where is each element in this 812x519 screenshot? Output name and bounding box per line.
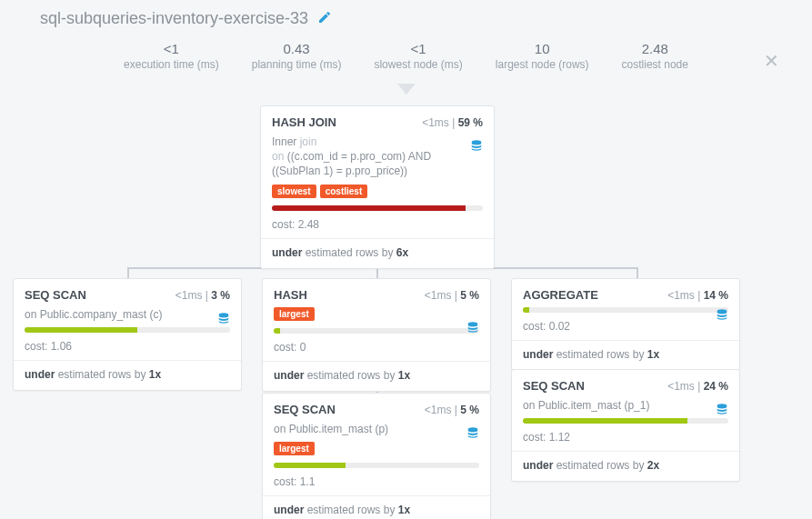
cost-bar	[523, 307, 728, 313]
close-icon[interactable]: ✕	[764, 50, 779, 72]
connector	[127, 267, 129, 278]
estimate-row: under estimated rows by 2x	[523, 457, 728, 474]
node-title: HASH	[274, 288, 307, 302]
badge-largest: largest	[274, 442, 315, 455]
badges: largest	[274, 307, 479, 321]
node-meta: <1ms | 59 %	[422, 116, 483, 129]
database-icon	[470, 139, 483, 155]
cost-row: cost: 1.1	[274, 474, 479, 490]
node-title: AGGREGATE	[523, 288, 598, 302]
node-on: on Public.item_mast (p_1)	[523, 398, 714, 413]
database-icon	[716, 403, 728, 418]
connector	[637, 267, 638, 278]
cost-row: cost: 1.06	[25, 338, 230, 354]
edit-icon[interactable]	[317, 10, 332, 27]
node-meta: <1ms | 3 %	[175, 289, 230, 302]
database-icon	[466, 321, 479, 336]
badges: largest	[274, 442, 479, 455]
estimate-row: under estimated rows by 1x	[274, 502, 479, 518]
stat-largest-node: 10largest node (rows)	[496, 41, 589, 71]
node-hash[interactable]: HASH<1ms | 5 % largest cost: 0 under est…	[262, 278, 491, 392]
estimate-row: under estimated rows by 6x	[272, 245, 483, 261]
stat-execution-time: <1execution time (ms)	[124, 41, 219, 71]
cost-bar	[523, 418, 728, 424]
node-hash-join[interactable]: HASH JOIN<1ms | 59 % Inner joinon ((c.co…	[260, 105, 495, 269]
node-aggregate[interactable]: AGGREGATE<1ms | 14 % cost: 0.02 under es…	[511, 278, 740, 371]
node-meta: <1ms | 5 %	[425, 289, 479, 302]
node-description: Inner joinon ((c.com_id = p.pro_com) AND…	[272, 135, 463, 179]
stats-row: <1execution time (ms) 0.43planning time …	[0, 34, 812, 89]
badges: slowestcostliest	[272, 185, 483, 198]
database-icon	[466, 426, 479, 442]
connector	[376, 267, 378, 278]
node-title: SEQ SCAN	[274, 403, 336, 416]
node-seq-scan-item-p[interactable]: SEQ SCAN<1ms | 5 % on Public.item_mast (…	[262, 393, 491, 519]
cost-bar	[274, 463, 479, 468]
node-title: HASH JOIN	[272, 115, 336, 129]
node-title: SEQ SCAN	[523, 379, 585, 393]
node-meta: <1ms | 14 %	[667, 289, 728, 302]
title-bar: sql-subqueries-inventory-exercise-33	[0, 0, 812, 34]
node-on: on Public.company_mast (c)	[25, 307, 216, 322]
database-icon	[716, 308, 728, 324]
stat-costliest-node: 2.48costliest node	[622, 41, 688, 71]
stat-slowest-node: <1slowest node (ms)	[374, 41, 462, 71]
estimate-row: under estimated rows by 1x	[523, 346, 728, 363]
node-seq-scan-item-p1[interactable]: SEQ SCAN<1ms | 24 % on Public.item_mast …	[511, 369, 740, 482]
page-title: sql-subqueries-inventory-exercise-33	[40, 9, 308, 28]
cost-bar	[272, 205, 483, 211]
node-meta: <1ms | 5 %	[425, 404, 479, 416]
cost-row: cost: 2.48	[272, 216, 483, 233]
cost-bar	[274, 328, 479, 334]
estimate-row: under estimated rows by 1x	[274, 367, 479, 384]
estimate-row: under estimated rows by 1x	[25, 366, 230, 383]
badge-costliest: costliest	[320, 185, 368, 198]
database-icon	[217, 312, 230, 327]
cost-row: cost: 0.02	[523, 318, 728, 334]
plan-canvas: HASH JOIN<1ms | 59 % Inner joinon ((c.co…	[0, 95, 812, 519]
badge-largest: largest	[274, 307, 315, 321]
node-title: SEQ SCAN	[25, 288, 86, 302]
cost-row: cost: 1.12	[523, 429, 728, 445]
node-meta: <1ms | 24 %	[667, 380, 728, 393]
cost-bar	[25, 327, 230, 333]
node-seq-scan-company[interactable]: SEQ SCAN<1ms | 3 % on Public.company_mas…	[13, 278, 242, 391]
cost-row: cost: 0	[274, 339, 479, 355]
stat-planning-time: 0.43planning time (ms)	[252, 41, 342, 71]
badge-slowest: slowest	[272, 185, 316, 198]
node-on: on Public.item_mast (p)	[274, 422, 465, 436]
